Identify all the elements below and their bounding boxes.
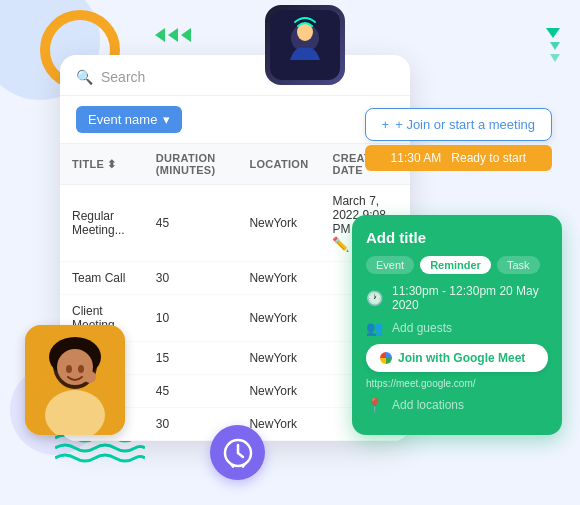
tab-event[interactable]: Event bbox=[366, 256, 414, 274]
google-meet-button[interactable]: Join with Google Meet bbox=[366, 344, 548, 372]
cell-location: NewYork bbox=[237, 342, 320, 375]
search-bar: 🔍 Search bbox=[60, 55, 410, 96]
event-name-filter[interactable]: Event name ▾ bbox=[76, 106, 182, 133]
cell-location: NewYork bbox=[237, 295, 320, 342]
clock-badge bbox=[210, 425, 265, 480]
top-photo bbox=[265, 5, 345, 85]
svg-line-13 bbox=[238, 453, 243, 457]
tab-task[interactable]: Task bbox=[497, 256, 540, 274]
location-icon: 📍 bbox=[366, 397, 384, 413]
svg-point-7 bbox=[66, 365, 72, 373]
cell-location: NewYork bbox=[237, 375, 320, 408]
cell-location: NewYork bbox=[237, 185, 320, 262]
guests-icon: 👥 bbox=[366, 320, 384, 336]
tab-reminder[interactable]: Reminder bbox=[420, 256, 491, 274]
location-row: 📍 Add locations bbox=[366, 397, 548, 413]
plus-icon: + bbox=[382, 117, 390, 132]
cell-duration: 10 bbox=[144, 295, 238, 342]
cell-location: NewYork bbox=[237, 262, 320, 295]
cell-duration: 45 bbox=[144, 185, 238, 262]
search-icon: 🔍 bbox=[76, 69, 93, 85]
col-location: LOCATION bbox=[237, 144, 320, 185]
google-logo bbox=[380, 352, 392, 364]
cell-duration: 30 bbox=[144, 262, 238, 295]
event-type-tabs: Event Reminder Task bbox=[366, 256, 548, 274]
col-title: TITLE ⬍ bbox=[60, 144, 144, 185]
clock-icon: 🕐 bbox=[366, 290, 384, 306]
search-input[interactable]: Search bbox=[101, 69, 145, 85]
cell-duration: 15 bbox=[144, 342, 238, 375]
cell-title: Team Call bbox=[60, 262, 144, 295]
down-arrows-decoration bbox=[546, 28, 560, 62]
svg-point-8 bbox=[78, 365, 84, 373]
join-meeting-section: + + Join or start a meeting 11:30 AM Rea… bbox=[365, 108, 552, 171]
person-photo bbox=[25, 325, 125, 435]
guests-row: 👥 Add guests bbox=[366, 320, 548, 336]
join-meeting-button[interactable]: + + Join or start a meeting bbox=[365, 108, 552, 141]
ready-badge: 11:30 AM Ready to start bbox=[365, 145, 552, 171]
time-row: 🕐 11:30pm - 12:30pm 20 May 2020 bbox=[366, 284, 548, 312]
add-title-heading: Add title bbox=[366, 229, 548, 246]
col-duration: DURATION (MINUTES) bbox=[144, 144, 238, 185]
svg-point-10 bbox=[84, 371, 96, 383]
filter-bar: Event name ▾ bbox=[60, 96, 410, 144]
cell-title: Regular Meeting... bbox=[60, 185, 144, 262]
left-arrows-decoration bbox=[155, 28, 191, 42]
edit-icon[interactable]: ✏️ bbox=[332, 236, 349, 252]
meet-link: https://meet.google.com/ bbox=[366, 378, 548, 389]
table-header-row: TITLE ⬍ DURATION (MINUTES) LOCATION CREA… bbox=[60, 144, 410, 185]
add-title-card: Add title Event Reminder Task 🕐 11:30pm … bbox=[352, 215, 562, 435]
cell-duration: 45 bbox=[144, 375, 238, 408]
